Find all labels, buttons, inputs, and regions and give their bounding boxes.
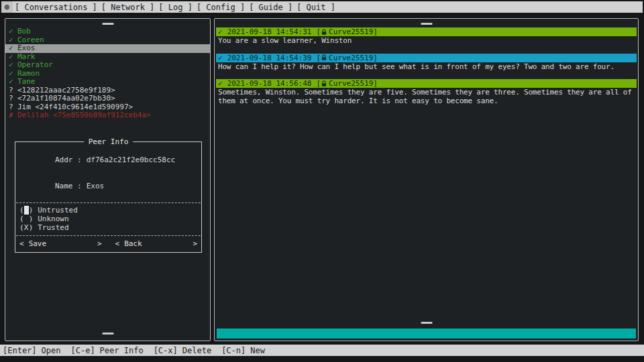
- message: ✓ 2021-09-18 14:54:31 [ Curve25519 ] You…: [216, 27, 637, 46]
- peer-list: ✓ Bob ✓ Coreen ✓ Exos ✓ Mark ✓ Operator …: [5, 27, 210, 120]
- back-button-label: Back: [124, 239, 142, 248]
- scroll-indicator: [421, 322, 432, 324]
- message-input[interactable]: [217, 328, 636, 339]
- hint-action: Delete: [182, 346, 211, 355]
- name-label: Name :: [55, 182, 82, 190]
- cipher-name: Curve25519: [329, 79, 373, 88]
- cipher-name: Curve25519: [329, 27, 373, 36]
- message-text: You are a slow learner, Winston: [216, 36, 637, 46]
- hint-new: [C-n]New: [221, 346, 265, 355]
- peer-info-dialog: Peer Info Addr :df76a2c21f2e0bcc58cc Nam…: [15, 141, 202, 253]
- save-button[interactable]: <Save>: [19, 239, 102, 248]
- message-header: ✓ 2021-09-18 14:54:39 [ Curve25519 ]: [216, 54, 637, 62]
- menu-item-quit[interactable]: [ Quit ]: [294, 3, 337, 12]
- delivered-check-icon: ✓: [218, 27, 223, 36]
- scroll-indicator: [421, 23, 432, 25]
- menu-item-config[interactable]: [ Config ]: [195, 3, 247, 12]
- radio-label: Untrusted: [38, 206, 78, 215]
- button-right-bracket: >: [193, 239, 197, 248]
- message-header: ✓ 2021-09-18 14:56:48 [ Curve25519 ]: [216, 79, 637, 88]
- radio-cursor: [24, 206, 29, 215]
- radio-open: (: [19, 206, 24, 215]
- hint-key: [C-n]: [221, 346, 246, 355]
- hint-open: [Enter]Open: [3, 346, 60, 355]
- back-button[interactable]: <Back>: [115, 239, 198, 248]
- button-left-bracket: <: [115, 239, 120, 248]
- trusted-check-icon: ✓: [9, 61, 17, 70]
- scroll-indicator: [102, 23, 113, 25]
- menu-item-conversations[interactable]: [ Conversations ]: [13, 3, 99, 12]
- lock-icon: [321, 80, 327, 87]
- radio-open: (: [19, 215, 24, 223]
- menu-item-network[interactable]: [ Network ]: [99, 3, 156, 12]
- radio-untrusted[interactable]: ( ) Untrusted: [15, 206, 201, 215]
- trusted-check-icon: ✓: [9, 44, 17, 53]
- radio-state: [24, 215, 29, 223]
- bracket-open: [: [316, 27, 321, 36]
- message-text: Sometimes, Winston. Sometimes they are f…: [216, 88, 637, 105]
- peer-row[interactable]: ✗ Delilah <75e8550b89af912ceb4a>: [5, 111, 210, 120]
- peer-name: Bob: [17, 27, 31, 36]
- failed-cross-icon: ✗: [9, 111, 17, 120]
- peer-name-line: Name :Exos: [15, 173, 201, 199]
- bracket-close: ]: [373, 79, 378, 88]
- peer-row[interactable]: ✓ Operator: [5, 61, 210, 70]
- peer-row[interactable]: ✓ Tane: [5, 78, 210, 86]
- peer-row[interactable]: ✓ Bob: [5, 27, 210, 36]
- peer-addr-line: Addr :df76a2c21f2e0bcc58cc: [15, 147, 201, 173]
- trusted-check-icon: ✓: [9, 78, 17, 86]
- button-left-bracket: <: [19, 239, 24, 248]
- button-right-bracket: >: [97, 239, 102, 248]
- radio-close: ): [29, 206, 34, 215]
- radio-close: ): [29, 215, 34, 223]
- app-window: ⊛ [ Conversations ] [ Network ] [ Log ] …: [0, 0, 644, 362]
- hint-peer-info: [C-e]Peer Info: [70, 346, 143, 355]
- bracket-close: ]: [373, 54, 378, 62]
- message-list: ✓ 2021-09-18 14:54:31 [ Curve25519 ] You…: [216, 27, 637, 113]
- message-header: ✓ 2021-09-18 14:54:31 [ Curve25519 ]: [216, 27, 637, 36]
- peer-row[interactable]: ? <72a1f10874aa02e7bb30>: [5, 95, 210, 103]
- conversation-panel: ✓ 2021-09-18 14:54:31 [ Curve25519 ] You…: [214, 18, 639, 341]
- lock-icon: [321, 29, 327, 36]
- peer-address: <72a1f10874aa02e7bb30>: [17, 95, 115, 103]
- name-value: Exos: [87, 182, 105, 190]
- peer-row[interactable]: ✓ Ramon: [5, 70, 210, 78]
- peer-list-panel: ✓ Bob ✓ Coreen ✓ Exos ✓ Mark ✓ Operator …: [5, 18, 211, 341]
- hint-action: Open: [42, 346, 61, 355]
- menu-item-log[interactable]: [ Log ]: [156, 3, 195, 12]
- delivered-check-icon: ✓: [218, 79, 223, 88]
- hint-key: [C-e]: [70, 346, 95, 355]
- radio-open: (: [19, 223, 24, 232]
- cipher-name: Curve25519: [329, 54, 373, 62]
- message-text: How can I help it? How can I help but se…: [216, 62, 637, 72]
- peer-name: Operator: [17, 61, 53, 70]
- divider: [16, 202, 201, 203]
- lock-icon: [321, 54, 327, 61]
- message-timestamp: 2021-09-18 14:54:39: [227, 54, 312, 62]
- hint-action: Peer Info: [100, 346, 144, 355]
- message: ✓ 2021-09-18 14:54:39 [ Curve25519 ] How…: [216, 54, 637, 72]
- radio-trusted[interactable]: (X) Trusted: [15, 223, 201, 232]
- radio-unknown[interactable]: ( ) Unknown: [15, 215, 201, 223]
- unknown-mark-icon: ?: [9, 95, 17, 103]
- bracket-open: [: [316, 54, 321, 62]
- peer-row-selected[interactable]: ✓ Exos: [5, 44, 210, 53]
- menu-item-guide[interactable]: [ Guide ]: [247, 3, 294, 12]
- peer-name: Exos: [17, 44, 36, 53]
- bracket-open: [: [316, 79, 321, 88]
- peer-name: Delilah <75e8550b89af912ceb4a>: [17, 111, 151, 120]
- addr-label: Addr :: [55, 156, 82, 164]
- peer-row[interactable]: ✓ Coreen: [5, 36, 210, 45]
- dialog-buttons: <Save> <Back>: [15, 239, 201, 248]
- hint-key: [C-x]: [154, 346, 178, 355]
- radio-close: ): [29, 223, 34, 232]
- hint-action: New: [250, 346, 265, 355]
- message: ✓ 2021-09-18 14:56:48 [ Curve25519 ] Som…: [216, 79, 637, 105]
- menu-bar: ⊛ [ Conversations ] [ Network ] [ Log ] …: [1, 1, 643, 13]
- hint-delete: [C-x]Delete: [154, 346, 211, 355]
- message-timestamp: 2021-09-18 14:54:31: [227, 27, 312, 36]
- hint-key: [Enter]: [3, 346, 37, 355]
- divider: [16, 235, 201, 236]
- scroll-indicator: [102, 333, 113, 335]
- delivered-check-icon: ✓: [218, 54, 223, 62]
